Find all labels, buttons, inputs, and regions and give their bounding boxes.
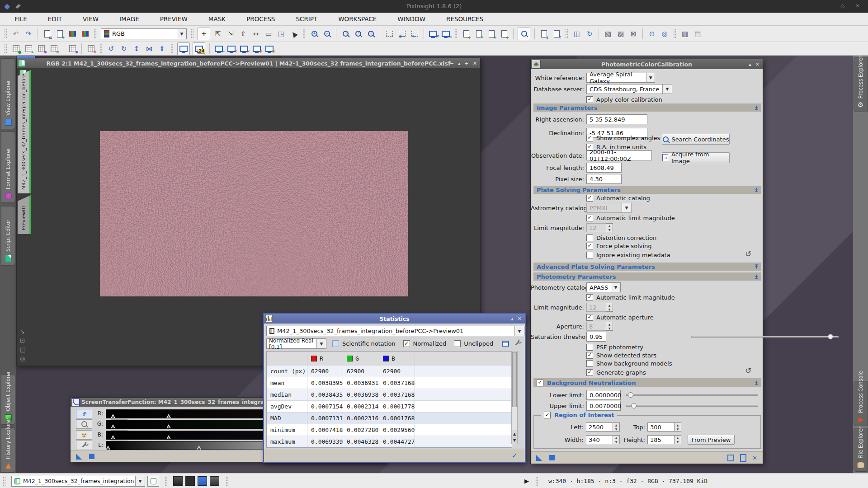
screen-reset-all-icon[interactable]: ✕ bbox=[239, 43, 249, 54]
undo-icon[interactable]: ↶ bbox=[11, 28, 21, 39]
cascade-icon[interactable]: ◱ bbox=[20, 347, 25, 352]
slider-knob[interactable] bbox=[628, 392, 633, 398]
scientific-notation-checkbox[interactable] bbox=[332, 340, 339, 347]
table-scrollbar[interactable]: ▲ ▼ bbox=[511, 351, 518, 444]
zoom-out-icon[interactable]: − bbox=[322, 28, 332, 39]
col-r[interactable]: R bbox=[307, 352, 343, 365]
ignore-existing-metadata-checkbox[interactable] bbox=[586, 252, 593, 258]
toolbar-grip[interactable] bbox=[94, 29, 97, 39]
automatic-aperture-checkbox[interactable]: ✓ bbox=[586, 314, 593, 321]
settings-button[interactable] bbox=[76, 441, 92, 450]
center-icon[interactable]: ◎ bbox=[20, 356, 25, 361]
play-icon[interactable]: ▶ bbox=[524, 478, 529, 484]
col-g[interactable]: G bbox=[343, 352, 379, 365]
table-row[interactable]: MAD0.00071310.00023160.0001768 bbox=[267, 412, 512, 424]
expand-mode-icon[interactable]: ⇱ bbox=[213, 28, 223, 39]
rgb-image-alt-icon[interactable] bbox=[80, 28, 90, 39]
zoom-optimal-icon[interactable]: ◦ bbox=[366, 28, 376, 39]
roi-width-spinner[interactable]: 340▲▼ bbox=[586, 435, 620, 444]
section-plate-solving[interactable]: Plate Solving Parameters ▲▲ bbox=[533, 186, 761, 194]
toolbar-grip[interactable] bbox=[3, 477, 6, 486]
distortion-correction-checkbox[interactable] bbox=[586, 235, 593, 241]
app-window-controls[interactable]: ◇ ✕ bbox=[840, 3, 864, 9]
wrench-icon[interactable] bbox=[515, 341, 520, 346]
stf-marker[interactable] bbox=[166, 435, 171, 439]
screen-stretch-icon[interactable]: ◫ bbox=[572, 28, 582, 39]
toolbar-grip[interactable] bbox=[673, 29, 676, 39]
sidebar-tab-process-console[interactable]: Process Console ▶ bbox=[854, 381, 868, 426]
roi-height-spinner[interactable]: 185▲▼ bbox=[647, 435, 681, 444]
view-selector-combo[interactable]: M42_1_300secs_32_frames_integration_befo… bbox=[266, 326, 524, 336]
menu-window[interactable]: WINDOW bbox=[392, 15, 431, 23]
sidebar-tab-file-explorer[interactable]: File Explorer bbox=[854, 428, 868, 472]
automatic-limit-magnitude-checkbox[interactable]: ✓ bbox=[586, 215, 593, 221]
maximize-icon[interactable]: + bbox=[465, 61, 469, 66]
background-brush-dark[interactable] bbox=[185, 476, 195, 486]
limit-magnitude-spinner[interactable]: 12▲▼ bbox=[586, 223, 613, 232]
toolbar-grip[interactable] bbox=[191, 29, 194, 39]
browse-documentation-icon[interactable] bbox=[740, 454, 746, 462]
stf-marker[interactable] bbox=[166, 424, 171, 428]
normalized-checkbox[interactable]: ✓ bbox=[403, 340, 410, 347]
project-new-icon[interactable]: + bbox=[24, 43, 33, 54]
astrometry-catalog-combo[interactable]: PPMXL▼ bbox=[586, 203, 632, 213]
statistics-window[interactable]: Statistics ▴ ✕ M42_1_300secs_32_frames_i… bbox=[263, 313, 526, 463]
show-complex-angles-checkbox[interactable]: ✓ bbox=[586, 135, 593, 141]
auto-stretch-button[interactable]: ☢ bbox=[76, 430, 92, 440]
collapse-icon[interactable]: ▲▲ bbox=[755, 106, 758, 110]
histogram-icon[interactable]: ▥ bbox=[680, 28, 690, 39]
collapse-icon[interactable]: ▲▲ bbox=[755, 381, 758, 385]
automatic-limit-magnitude2-checkbox[interactable]: ✓ bbox=[586, 294, 593, 301]
link-rgb-button[interactable]: ∞ bbox=[76, 409, 92, 418]
chevron-down-icon[interactable]: ▼ bbox=[135, 476, 145, 486]
table-row[interactable]: avgDev0.00071540.00023140.0001778 bbox=[267, 400, 512, 412]
auto-stretch-boost-icon[interactable]: ☢ bbox=[264, 43, 274, 54]
menu-script[interactable]: SCRIPT bbox=[290, 15, 323, 23]
stf-marker[interactable] bbox=[197, 446, 201, 450]
limit-magnitude2-spinner[interactable]: 12▲▼ bbox=[586, 303, 613, 312]
force-plate-solving-checkbox[interactable]: ✓ bbox=[586, 243, 593, 249]
screen-icon[interactable] bbox=[177, 42, 190, 55]
apply-square-icon[interactable] bbox=[89, 454, 94, 459]
find-view-icon[interactable] bbox=[518, 28, 530, 40]
dynamic-crop-icon[interactable]: ↘ bbox=[410, 28, 420, 39]
readout-options-icon[interactable]: ◎ bbox=[660, 28, 670, 39]
observation-date-input[interactable]: 2000-01-01T12:00:00Z bbox=[586, 150, 652, 160]
send-to-screen-icon[interactable]: ← bbox=[214, 43, 224, 54]
duplicate-image-icon[interactable]: + bbox=[55, 28, 65, 39]
section-advanced-plate-solving[interactable]: Advanced Plate Solving Parameters ▼▼ bbox=[533, 263, 761, 271]
menu-process[interactable]: PROCESS bbox=[241, 15, 280, 23]
lower-limit-slider[interactable] bbox=[626, 394, 758, 396]
zoom-1-1-icon[interactable]: · bbox=[340, 28, 350, 39]
scroll-up-icon[interactable]: ▲ bbox=[512, 431, 517, 437]
select-rect-icon[interactable]: ▭ bbox=[264, 28, 274, 39]
new-preview-icon[interactable]: + bbox=[461, 28, 471, 39]
import-view-icon[interactable]: ↓ bbox=[539, 28, 549, 39]
background-brush-blue[interactable] bbox=[198, 476, 207, 486]
toolbar-grip[interactable] bbox=[4, 44, 7, 54]
table-row[interactable]: count (px)629006290062900 bbox=[267, 365, 512, 377]
region-of-interest-checkbox[interactable]: ✓ bbox=[544, 412, 551, 418]
generate-graphs-checkbox[interactable]: ✓ bbox=[586, 369, 593, 376]
refresh-view-icon[interactable]: ↻ bbox=[585, 28, 594, 39]
menu-mask[interactable]: MASK bbox=[203, 15, 231, 23]
menu-resources[interactable]: RESOURCES bbox=[441, 15, 489, 23]
photometry-catalog-combo[interactable]: APASS▼ bbox=[586, 282, 621, 292]
focal-length-input[interactable]: 1608.49 bbox=[586, 163, 622, 173]
table-row[interactable]: maximum0.00693390.00463280.0044727 bbox=[267, 436, 512, 447]
zoom-in-icon[interactable]: + bbox=[309, 28, 319, 39]
zoom-out-button[interactable] bbox=[76, 419, 92, 429]
screen-24bit-icon[interactable]: 24 bbox=[193, 42, 205, 55]
preview-toggle-button[interactable] bbox=[147, 476, 159, 487]
mask-invert-icon[interactable]: ⊠ bbox=[628, 28, 638, 39]
readout-icon[interactable]: ⊙ bbox=[647, 28, 657, 39]
ok-check-icon[interactable]: ✓ bbox=[512, 451, 518, 460]
project-save-icon[interactable]: ▪ bbox=[36, 43, 46, 54]
collapse-icon[interactable]: ▲▲ bbox=[755, 275, 758, 279]
stf-marker[interactable] bbox=[106, 446, 110, 450]
image-description-icon[interactable]: ≡ bbox=[42, 28, 52, 39]
shade-icon[interactable]: ▴ bbox=[749, 61, 751, 67]
sidebar-tab-view-explorer[interactable]: View Explorer bbox=[1, 58, 15, 129]
table-row[interactable]: mean0.00383950.00369310.0037168 bbox=[267, 377, 512, 389]
apply-color-calibration-checkbox[interactable]: ✓ bbox=[586, 96, 593, 103]
